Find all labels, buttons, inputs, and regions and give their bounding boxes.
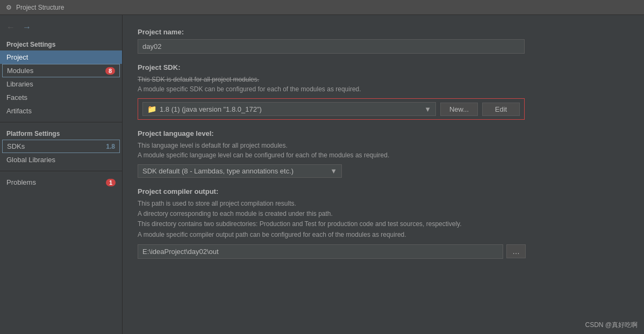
sidebar-item-artifacts[interactable]: Artifacts <box>0 104 122 118</box>
lang-desc-line2: A module specific language level can be … <box>138 151 389 159</box>
sidebar-item-global-libraries-label: Global Libraries <box>6 156 55 164</box>
content-area: Project name: Project SDK: This SDK is d… <box>123 15 644 334</box>
sidebar-item-project[interactable]: Project <box>0 50 122 64</box>
sidebar-item-facets-label: Facets <box>6 93 27 101</box>
project-settings-header: Project Settings <box>0 38 122 50</box>
project-name-label: Project name: <box>138 28 629 36</box>
sidebar-item-global-libraries[interactable]: Global Libraries <box>0 153 122 166</box>
nav-arrows: ← → <box>0 19 122 38</box>
language-level-label: Project language level: <box>138 129 629 137</box>
main-container: ← → Project Settings Project Modules 8 L… <box>0 15 644 334</box>
compiler-output-section: Project compiler output: This path is us… <box>138 187 629 259</box>
sdk-row: 📁 1.8 (1) (java version "1.8.0_172") ▼ N… <box>138 98 525 120</box>
folder-icon: 📁 <box>147 105 156 113</box>
lang-dropdown-value: SDK default (8 - Lambdas, type annotatio… <box>142 167 294 175</box>
sidebar: ← → Project Settings Project Modules 8 L… <box>0 15 123 334</box>
sdk-desc-line2: A module specific SDK can be configured … <box>138 85 361 93</box>
platform-settings-header: Platform Settings <box>0 127 122 140</box>
compiler-desc-line4: A module specific compiler output path c… <box>138 231 406 238</box>
lang-desc-line1: This language level is default for all p… <box>138 142 288 149</box>
sidebar-item-libraries-label: Libraries <box>6 80 33 88</box>
project-sdk-label: Project SDK: <box>138 63 629 71</box>
sidebar-item-libraries[interactable]: Libraries <box>0 77 122 91</box>
sdk-new-button[interactable]: New... <box>440 103 478 116</box>
title-bar: ⚙ Project Structure <box>0 0 644 15</box>
project-name-section: Project name: <box>138 28 629 63</box>
language-level-section: Project language level: This language le… <box>138 129 629 178</box>
compiler-browse-button[interactable]: … <box>506 244 526 258</box>
sidebar-item-facets[interactable]: Facets <box>0 91 122 104</box>
compiler-desc-line1: This path is used to store all project c… <box>138 200 296 207</box>
compiler-desc-line3: This directory contains two subdirectori… <box>138 220 462 228</box>
sidebar-item-sdks[interactable]: SDKs 1.8 <box>2 140 120 153</box>
project-structure-icon: ⚙ <box>4 3 13 12</box>
sidebar-item-artifacts-label: Artifacts <box>6 107 32 115</box>
title-bar-text: Project Structure <box>16 4 64 11</box>
separator-1 <box>0 122 122 122</box>
sidebar-item-sdks-label: SDKs <box>7 142 25 150</box>
modules-badge: 8 <box>105 67 115 75</box>
sidebar-item-modules[interactable]: Modules 8 <box>2 64 120 77</box>
compiler-desc-line2: A directory corresponding to each module… <box>138 210 333 217</box>
sdk-value: 1.8 (1) (java version "1.8.0_172") <box>160 105 262 113</box>
compiler-output-input[interactable] <box>138 244 503 259</box>
forward-arrow[interactable]: → <box>20 21 33 33</box>
sdk-desc-line1: This SDK is default for all project modu… <box>138 76 259 83</box>
lang-chevron-icon: ▼ <box>330 167 337 175</box>
sidebar-item-problems-label: Problems <box>6 178 36 186</box>
sdk-edit-button[interactable]: Edit <box>482 103 520 116</box>
sdks-badge: 1.8 <box>106 143 115 150</box>
sidebar-item-modules-label: Modules <box>7 67 33 75</box>
project-sdk-section: Project SDK: This SDK is default for all… <box>138 63 629 120</box>
sidebar-item-problems[interactable]: Problems 1 <box>0 176 122 189</box>
problems-badge: 1 <box>106 179 116 186</box>
sdk-chevron-icon: ▼ <box>424 105 431 113</box>
compiler-output-label: Project compiler output: <box>138 187 629 195</box>
back-arrow[interactable]: ← <box>4 21 17 33</box>
separator-2 <box>0 171 122 171</box>
language-level-dropdown[interactable]: SDK default (8 - Lambdas, type annotatio… <box>138 164 342 178</box>
sdk-dropdown[interactable]: 📁 1.8 (1) (java version "1.8.0_172") ▼ <box>142 102 436 116</box>
project-name-input[interactable] <box>138 39 525 54</box>
sidebar-item-project-label: Project <box>6 53 28 61</box>
